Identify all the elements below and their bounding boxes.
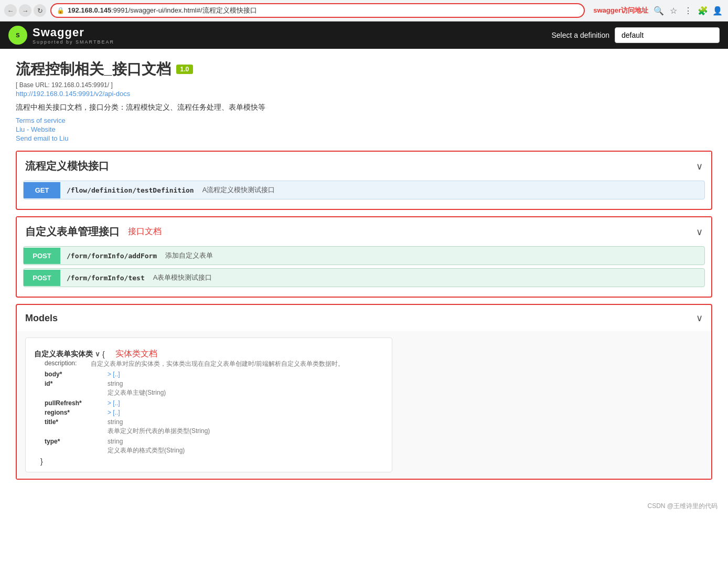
field-id: id* string 定义表单主键(String) [34, 380, 383, 397]
flow-definition-title: 流程定义模快接口 [25, 159, 109, 173]
field-regions-line: regions* > [..] [34, 409, 383, 416]
model-brace-close: } [34, 457, 383, 466]
field-body-value[interactable]: > [..] [108, 371, 120, 378]
desc-label: description: [45, 360, 87, 368]
refresh-button[interactable]: ↻ [34, 4, 46, 17]
api-description: 流程中相关接口文档，接口分类：流程模快定义、流程任务处理、表单模快等 [16, 103, 712, 112]
model-brace-open: { [102, 350, 105, 358]
field-body: body* > [..] [34, 371, 383, 378]
browser-nav-buttons: ← → ↻ [4, 4, 46, 17]
terms-link[interactable]: Terms of service [16, 117, 712, 124]
forward-button[interactable]: → [19, 4, 31, 17]
address-bar[interactable]: 🔒 192.168.0.145:9991/swagger-ui/index.ht… [50, 3, 585, 18]
api-title: 流程控制相关_接口文档 1.0 [16, 59, 712, 79]
post-addform-badge: POST [24, 248, 60, 264]
field-type-line: type* string [34, 438, 383, 445]
form-management-chevron: ∨ [696, 226, 703, 238]
website-link[interactable]: Liu - Website [16, 125, 712, 133]
field-title-type: string [108, 418, 123, 426]
model-expand-arrow[interactable]: ∨ [95, 350, 100, 358]
field-id-name: id* [45, 380, 108, 387]
field-pullrefresh-value[interactable]: > [..] [108, 399, 120, 407]
brand-text-container: Swagger Supported by SMARTBEAR [33, 26, 114, 45]
definition-label: Select a definition [551, 31, 609, 39]
browser-chrome: ← → ↻ 🔒 192.168.0.145:9991/swagger-ui/in… [0, 0, 728, 22]
field-title: title* string 表单定义时所代表的单据类型(String) [34, 418, 383, 436]
form-section-annotation: 接口文档 [128, 226, 162, 237]
address-port: :9991/swagger-ui/index.html#/流程定义模快接口 [111, 6, 256, 14]
models-header[interactable]: Models ∨ [17, 305, 711, 331]
extensions-icon[interactable]: 🧩 [697, 4, 709, 17]
models-inner: 自定义表单实体类 ∨ { 实体类文档 description: 自定义表单对应的… [25, 337, 392, 472]
address-text: 192.168.0.145:9991/swagger-ui/index.html… [68, 6, 579, 15]
footer: CSDN @王维诗里的代码 [0, 497, 728, 516]
address-host: 192.168.0.145 [68, 6, 111, 14]
field-regions-value[interactable]: > [..] [108, 409, 120, 416]
footer-text: CSDN @王维诗里的代码 [647, 502, 718, 510]
version-badge: 1.0 [176, 65, 194, 74]
post-addform-row[interactable]: POST /form/formInfo/addForm 添加自定义表单 [23, 246, 705, 265]
field-regions-name: regions* [45, 409, 108, 416]
flow-definition-header[interactable]: 流程定义模快接口 ∨ [17, 152, 711, 181]
swagger-logo: S [8, 26, 27, 45]
form-management-header[interactable]: 自定义表单管理接口 接口文档 ∨ [17, 217, 711, 246]
swagger-brand: S Swagger Supported by SMARTBEAR [8, 26, 114, 45]
post-test-path: /form/formInfo/test [60, 270, 151, 286]
models-section: Models ∨ 自定义表单实体类 ∨ { 实体类文档 [16, 304, 712, 480]
field-pullrefresh-line: pullRefresh* > [..] [34, 399, 383, 407]
menu-icon[interactable]: ⋮ [682, 4, 694, 17]
models-chevron: ∨ [696, 312, 703, 324]
description-row: description: 自定义表单对应的实体类，实体类出现在自定义表单创建时/… [34, 360, 383, 368]
api-docs-link[interactable]: http://192.168.0.145:9991/v2/api-docs [16, 90, 712, 98]
post-addform-path: /form/formInfo/addForm [60, 248, 163, 264]
post-test-desc: A表单模快测试接口 [151, 269, 215, 287]
field-type-desc: 定义表单的格式类型(String) [34, 446, 383, 455]
post-addform-desc: 添加自定义表单 [163, 247, 215, 265]
swagger-label: swagger访问地址 [593, 6, 648, 15]
section-header-left: 流程定义模快接口 [25, 159, 109, 173]
models-content: 自定义表单实体类 ∨ { 实体类文档 description: 自定义表单对应的… [17, 331, 711, 479]
bookmark-icon[interactable]: ☆ [667, 4, 680, 17]
browser-actions: 🔍 ☆ ⋮ 🧩 👤 [652, 4, 724, 17]
get-endpoint-row[interactable]: GET /flow/definition/testDefinition A流程定… [23, 181, 705, 199]
model-name-row: 自定义表单实体类 ∨ { 实体类文档 [34, 349, 383, 360]
field-id-desc: 定义表单主键(String) [34, 388, 383, 397]
post-test-row[interactable]: POST /form/formInfo/test A表单模快测试接口 [23, 268, 705, 287]
field-title-name: title* [45, 418, 108, 426]
api-title-text: 流程控制相关_接口文档 [16, 59, 171, 79]
email-link[interactable]: Send email to Liu [16, 134, 712, 142]
post-test-badge: POST [24, 270, 60, 286]
flow-definition-chevron: ∨ [696, 161, 703, 172]
field-type-type: string [108, 438, 123, 445]
field-type: type* string 定义表单的格式类型(String) [34, 438, 383, 455]
search-icon[interactable]: 🔍 [652, 4, 665, 17]
main-content: 流程控制相关_接口文档 1.0 [ Base URL: 192.168.0.14… [0, 49, 728, 497]
model-entity: 自定义表单实体类 ∨ { 实体类文档 description: 自定义表单对应的… [34, 349, 383, 466]
definition-selector: Select a definition default [551, 27, 720, 43]
top-navbar: S Swagger Supported by SMARTBEAR Select … [0, 22, 728, 49]
form-management-title: 自定义表单管理接口 [25, 225, 120, 239]
flow-definition-content: GET /flow/definition/testDefinition A流程定… [17, 181, 711, 209]
field-pullrefresh-name: pullRefresh* [45, 399, 108, 407]
definition-select[interactable]: default [615, 27, 720, 43]
field-pullrefresh: pullRefresh* > [..] [34, 399, 383, 407]
svg-text:S: S [16, 32, 19, 38]
brand-subtitle: Supported by SMARTBEAR [33, 39, 114, 45]
field-body-line: body* > [..] [34, 371, 383, 378]
field-id-line: id* string [34, 380, 383, 387]
models-title: Models [25, 313, 58, 324]
form-management-section: 自定义表单管理接口 接口文档 ∨ POST /form/formInfo/add… [16, 216, 712, 298]
base-url: [ Base URL: 192.168.0.145:9991/ ] [16, 81, 712, 89]
flow-definition-section: 流程定义模快接口 ∨ GET /flow/definition/testDefi… [16, 151, 712, 210]
get-endpoint-desc: A流程定义模快测试接口 [200, 181, 277, 199]
lock-icon: 🔒 [57, 7, 65, 14]
field-regions: regions* > [..] [34, 409, 383, 416]
api-links: Terms of service Liu - Website Send emai… [16, 117, 712, 142]
field-body-name: body* [45, 371, 108, 378]
profile-icon[interactable]: 👤 [711, 4, 724, 17]
back-button[interactable]: ← [4, 4, 17, 17]
form-section-header-left: 自定义表单管理接口 接口文档 [25, 225, 162, 239]
field-title-desc: 表单定义时所代表的单据类型(String) [34, 427, 383, 436]
field-type-name: type* [45, 438, 108, 445]
get-method-badge: GET [24, 182, 60, 198]
